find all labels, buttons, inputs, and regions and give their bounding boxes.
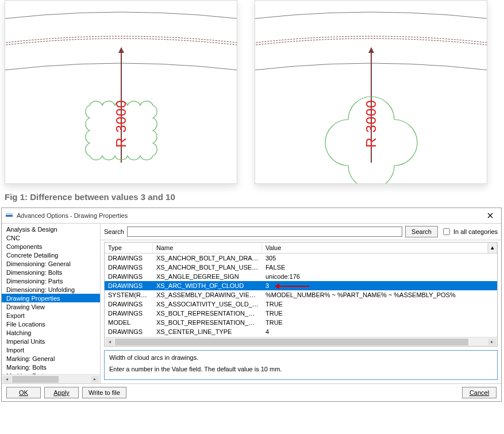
radius-label: R 3000 — [363, 99, 379, 147]
scroll-left-icon[interactable]: ◂ — [3, 376, 11, 383]
apply-button[interactable]: Apply — [44, 387, 79, 398]
sidebar-item[interactable]: File Locations — [2, 320, 100, 328]
advanced-options-dialog: Advanced Options - Drawing Properties An… — [1, 208, 502, 402]
scroll-right-icon[interactable]: ▸ — [91, 376, 99, 383]
sidebar-item[interactable]: CNC — [2, 233, 100, 242]
figure-caption: Fig 1: Difference between values 3 and 1… — [0, 190, 504, 208]
sidebar-item[interactable]: Concrete Detailing — [2, 251, 100, 259]
col-name[interactable]: Name — [153, 243, 262, 252]
svg-rect-1 — [6, 213, 13, 214]
cell-name: XS_BOLT_REPRESENTATION_USE_POSITIVE_... — [153, 318, 262, 327]
radius-label: R 3000 — [113, 99, 129, 147]
options-table: Type Name Value ▴ DRAWINGSXS_ANCHOR_BOLT… — [104, 242, 498, 347]
table-row[interactable]: DRAWINGSXS_ANGLE_DEGREE_SIGNunicode:176 — [105, 272, 497, 281]
table-header: Type Name Value ▴ — [105, 243, 497, 254]
cell-type: DRAWINGS — [105, 299, 153, 309]
table-row[interactable]: DRAWINGSXS_ANCHOR_BOLT_PLAN_DRAWING_TOLE… — [105, 254, 497, 263]
sidebar-item[interactable]: Imperial Units — [2, 337, 100, 345]
cell-value: TRUE — [262, 318, 488, 327]
col-type[interactable]: Type — [105, 243, 153, 252]
search-row: Search Search In all categories — [101, 224, 501, 240]
preview-panel-small-cloud: R 3000 — [5, 0, 237, 184]
cell-type: DRAWINGS — [105, 272, 153, 281]
sidebar-item[interactable]: Import — [2, 345, 100, 354]
sidebar-hscrollbar[interactable]: ◂ ▸ — [2, 374, 100, 383]
sidebar-item[interactable]: Export — [2, 311, 100, 320]
table-row[interactable]: USERXS_CHANGE_DRAGGED_DIMENSIONS_TO_FI..… — [105, 336, 497, 337]
cell-type: DRAWINGS — [105, 327, 153, 336]
search-label: Search — [104, 228, 124, 235]
sidebar-item[interactable]: Hatching — [2, 328, 100, 337]
search-input[interactable] — [127, 226, 402, 237]
cell-name: XS_ASSOCIATIVITY_USE_OLD_SYMBOLS — [153, 299, 262, 309]
cell-name: XS_ARC_WIDTH_OF_CLOUD — [153, 281, 262, 290]
cell-name: XS_ASSEMBLY_DRAWING_VIEW_TITLE — [153, 290, 262, 299]
cell-value: 4 — [262, 327, 488, 336]
cell-name: XS_BOLT_REPRESENTATION_SYMBOL_AXIS_... — [153, 309, 262, 318]
sidebar-item[interactable]: Dimensioning: Unfolding — [2, 285, 100, 294]
cell-type: DRAWINGS — [105, 254, 153, 263]
write-to-file-button[interactable]: Write to file — [82, 387, 126, 398]
sidebar-item[interactable]: Dimensioning: Bolts — [2, 268, 100, 276]
table-row[interactable]: MODELXS_BOLT_REPRESENTATION_USE_POSITIVE… — [105, 318, 497, 327]
svg-rect-0 — [6, 215, 13, 217]
cancel-button[interactable]: Cancel — [462, 387, 497, 398]
dialog-title: Advanced Options - Drawing Properties — [17, 212, 479, 219]
description-line1: Width of cloud arcs in drawings. — [109, 354, 493, 361]
sidebar-item[interactable]: Analysis & Design — [2, 225, 100, 233]
in-all-categories-input[interactable] — [443, 228, 450, 235]
cell-value: TRUE — [262, 336, 488, 337]
cell-value: %MODEL_NUMBER% ~ %PART_NAME% ~ %ASSEMBLY… — [262, 290, 488, 299]
cell-type: DRAWINGS — [105, 263, 153, 272]
table-hscrollbar[interactable]: ◂ ▸ — [105, 337, 497, 346]
cell-name: XS_CHANGE_DRAGGED_DIMENSIONS_TO_FI... — [153, 336, 262, 337]
preview-panel-large-cloud: R 3000 — [255, 0, 487, 184]
cell-type: DRAWINGS — [105, 281, 153, 290]
cell-value: FALSE — [262, 263, 488, 272]
cell-value: 305 — [262, 254, 488, 263]
sidebar-item[interactable]: Dimensioning: General — [2, 259, 100, 268]
description-line2: Enter a number in the Value field. The d… — [109, 366, 493, 372]
cell-name: XS_ANGLE_DEGREE_SIGN — [153, 272, 262, 281]
cell-name: XS_ANCHOR_BOLT_PLAN_DRAWING_TOLER... — [153, 254, 262, 263]
in-all-categories-checkbox[interactable]: In all categories — [441, 226, 498, 237]
scroll-right-icon[interactable]: ▸ — [488, 339, 496, 345]
cell-type: MODEL — [105, 318, 153, 327]
in-all-categories-label: In all categories — [453, 228, 498, 235]
dialog-footer: OK Apply Write to file Cancel — [2, 383, 501, 401]
titlebar: Advanced Options - Drawing Properties — [2, 208, 501, 224]
cell-name: XS_ANCHOR_BOLT_PLAN_USE_VIEW_COOR... — [153, 263, 262, 272]
sidebar-item[interactable]: Marking: General — [2, 354, 100, 363]
sidebar-item[interactable]: Dimensioning: Parts — [2, 276, 100, 285]
table-row[interactable]: DRAWINGSXS_ANCHOR_BOLT_PLAN_USE_VIEW_COO… — [105, 263, 497, 272]
table-row[interactable]: DRAWINGSXS_ASSOCIATIVITY_USE_OLD_SYMBOLS… — [105, 299, 497, 309]
scroll-up-icon[interactable]: ▴ — [488, 243, 497, 253]
category-sidebar: Analysis & DesignCNCComponentsConcrete D… — [2, 224, 101, 383]
sidebar-item[interactable]: Drawing Properties — [2, 294, 100, 302]
sidebar-item[interactable]: Components — [2, 242, 100, 251]
sidebar-item[interactable]: Marking: Bolts — [2, 363, 100, 371]
cell-value: unicode:176 — [262, 272, 488, 281]
cell-value: TRUE — [262, 309, 488, 318]
table-row[interactable]: DRAWINGSXS_ARC_WIDTH_OF_CLOUD3 — [105, 281, 497, 290]
cell-value: 3 — [262, 281, 488, 290]
cell-value: TRUE — [262, 299, 488, 309]
col-value[interactable]: Value — [262, 243, 488, 252]
description-box: Width of cloud arcs in drawings. Enter a… — [104, 350, 498, 380]
app-icon — [5, 212, 13, 220]
ok-button[interactable]: OK — [6, 387, 41, 398]
cell-type: SYSTEM(ROLE) — [105, 290, 153, 299]
search-button[interactable]: Search — [405, 226, 438, 237]
highlight-arrow-icon — [275, 284, 309, 289]
cell-name: XS_CENTER_LINE_TYPE — [153, 327, 262, 336]
cell-type: USER — [105, 336, 153, 337]
scroll-left-icon[interactable]: ◂ — [106, 339, 114, 345]
table-row[interactable]: DRAWINGSXS_CENTER_LINE_TYPE4 — [105, 327, 497, 336]
sidebar-item[interactable]: Drawing View — [2, 302, 100, 311]
close-button[interactable] — [483, 210, 498, 221]
table-row[interactable]: SYSTEM(ROLE)XS_ASSEMBLY_DRAWING_VIEW_TIT… — [105, 290, 497, 299]
cell-type: DRAWINGS — [105, 309, 153, 318]
table-row[interactable]: DRAWINGSXS_BOLT_REPRESENTATION_SYMBOL_AX… — [105, 309, 497, 318]
